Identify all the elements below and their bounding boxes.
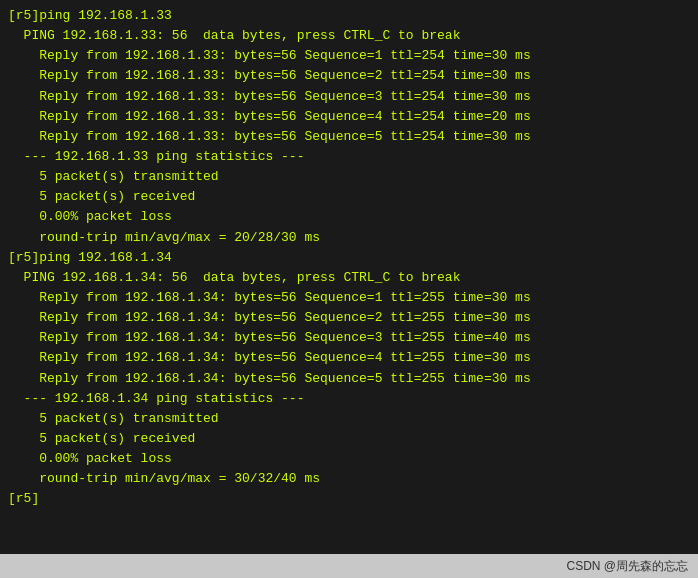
footer-bar: CSDN @周先森的忘忘 xyxy=(0,554,698,578)
terminal-line: Reply from 192.168.1.33: bytes=56 Sequen… xyxy=(8,46,690,66)
terminal-line: 0.00% packet loss xyxy=(8,449,690,469)
terminal-line: 5 packet(s) received xyxy=(8,429,690,449)
terminal-line: [r5] xyxy=(8,489,690,509)
terminal-line: round-trip min/avg/max = 30/32/40 ms xyxy=(8,469,690,489)
terminal-line: [r5]ping 192.168.1.33 xyxy=(8,6,690,26)
footer-label: CSDN @周先森的忘忘 xyxy=(566,558,688,575)
terminal-line: Reply from 192.168.1.33: bytes=56 Sequen… xyxy=(8,66,690,86)
terminal-line: Reply from 192.168.1.33: bytes=56 Sequen… xyxy=(8,107,690,127)
terminal-line: 5 packet(s) transmitted xyxy=(8,409,690,429)
terminal-line: Reply from 192.168.1.33: bytes=56 Sequen… xyxy=(8,87,690,107)
terminal-line: 5 packet(s) transmitted xyxy=(8,167,690,187)
terminal-line: [r5]ping 192.168.1.34 xyxy=(8,248,690,268)
terminal-line: Reply from 192.168.1.34: bytes=56 Sequen… xyxy=(8,288,690,308)
terminal-line: round-trip min/avg/max = 20/28/30 ms xyxy=(8,228,690,248)
terminal-line: PING 192.168.1.34: 56 data bytes, press … xyxy=(8,268,690,288)
terminal-line: --- 192.168.1.34 ping statistics --- xyxy=(8,389,690,409)
terminal-line: Reply from 192.168.1.34: bytes=56 Sequen… xyxy=(8,328,690,348)
terminal-line: 5 packet(s) received xyxy=(8,187,690,207)
terminal-output: [r5]ping 192.168.1.33 PING 192.168.1.33:… xyxy=(0,0,698,554)
terminal-line: --- 192.168.1.33 ping statistics --- xyxy=(8,147,690,167)
terminal-line: Reply from 192.168.1.34: bytes=56 Sequen… xyxy=(8,308,690,328)
terminal-line: PING 192.168.1.33: 56 data bytes, press … xyxy=(8,26,690,46)
terminal-line: 0.00% packet loss xyxy=(8,207,690,227)
terminal-line: Reply from 192.168.1.33: bytes=56 Sequen… xyxy=(8,127,690,147)
terminal-line: Reply from 192.168.1.34: bytes=56 Sequen… xyxy=(8,348,690,368)
terminal-line: Reply from 192.168.1.34: bytes=56 Sequen… xyxy=(8,369,690,389)
